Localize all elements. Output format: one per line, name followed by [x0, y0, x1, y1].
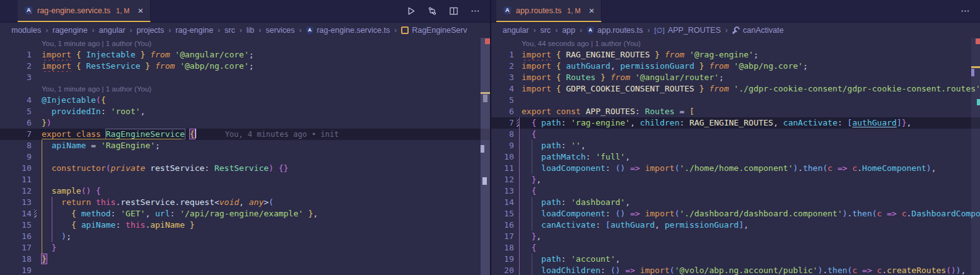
breadcrumb-item[interactable]: rag-engine: [175, 26, 213, 35]
breadcrumb-separator-icon: ›: [725, 26, 728, 35]
code-token: (: [106, 163, 111, 173]
code-text: path: 'dashboard',: [514, 197, 980, 208]
breadcrumb-item[interactable]: services: [265, 26, 295, 35]
breadcrumb-item[interactable]: ragengine: [52, 26, 88, 35]
code-text: }: [32, 254, 490, 265]
code-token: (): [81, 186, 91, 196]
breadcrumb-item[interactable]: canActivate: [732, 26, 784, 35]
code-text: return this.restService.request<void, an…: [32, 197, 490, 208]
run-icon[interactable]: [404, 5, 417, 18]
breadcrumb-item[interactable]: projects: [137, 26, 165, 35]
blame-text: You, 1 minute ago | 1 author (You): [32, 83, 490, 95]
line-number: 2: [491, 61, 514, 72]
code-token: :: [595, 220, 605, 230]
code-token: ,: [961, 266, 966, 275]
code-token: then: [827, 266, 847, 275]
code-token: [: [689, 107, 694, 116]
code-token: 'account': [571, 254, 615, 264]
code-token: =: [675, 107, 689, 116]
scrollbar-left[interactable]: [481, 38, 490, 275]
code-token: path: [541, 118, 561, 127]
angular-ts-icon: [586, 26, 594, 35]
editor-right[interactable]: You, 44 seconds ago | 1 author (You)1imp…: [491, 38, 980, 275]
git-compare-icon[interactable]: [426, 5, 438, 18]
code-token: ,: [313, 209, 318, 218]
code-token: export const: [522, 107, 586, 116]
breadcrumb-item[interactable]: angular: [99, 26, 125, 35]
code-token: GDPR_COOKIE_CONSENT_ROUTES: [566, 84, 694, 93]
scrollbar-right[interactable]: [971, 38, 980, 275]
code-text: { path: 'rag-engine', children: RAG_ENGI…: [514, 117, 980, 129]
split-editor-icon[interactable]: [447, 5, 460, 18]
code-token: canActivate: [783, 118, 837, 127]
breadcrumb-item[interactable]: app.routes.ts: [586, 26, 643, 35]
indent-guide: [532, 197, 532, 231]
code-token: ;: [754, 50, 759, 59]
code-token: {: [96, 186, 101, 196]
code-token: :: [586, 152, 596, 161]
code-token: return: [61, 197, 96, 207]
breadcrumb-item[interactable]: rag-engine.service.ts: [306, 26, 390, 35]
error-squiggle-token: import: [42, 61, 71, 71]
code-token: [42, 141, 52, 150]
code-token: RestService: [214, 163, 269, 173]
breadcrumb-item[interactable]: modules: [11, 26, 41, 35]
breadcrumb-item[interactable]: RagEngineServ: [401, 26, 467, 35]
code-token: .: [857, 163, 862, 173]
breadcrumb-item[interactable]: app: [562, 26, 575, 35]
code-token: c: [827, 163, 832, 173]
line-number: 1: [491, 49, 514, 61]
code-token: apiName: [150, 220, 185, 230]
code-text: import { RAG_ENGINE_ROUTES } from '@rag-…: [514, 49, 980, 61]
code-token: {: [532, 243, 537, 252]
code-token: import: [640, 266, 670, 275]
code-token: ;: [719, 73, 724, 82]
more-actions-icon[interactable]: [959, 5, 971, 18]
code-token: from: [709, 61, 728, 71]
breadcrumb-item[interactable]: angular: [503, 26, 529, 35]
code-token: then: [803, 163, 822, 173]
code-token: =>: [625, 266, 635, 275]
code-token: ,: [610, 61, 621, 71]
code-token: this: [96, 197, 115, 207]
code-token: [872, 266, 877, 275]
code-token: :: [837, 118, 848, 127]
code-line: 13 return this.restService.request<void,…: [0, 197, 490, 208]
code-token: ,: [773, 118, 783, 127]
code-text: [32, 151, 490, 163]
code-token: [897, 209, 902, 218]
tab-problems-modified-badge: 1, M: [116, 7, 129, 15]
code-token: canActivate: [541, 220, 595, 230]
code-token: APP_ROUTES: [586, 107, 635, 116]
code-token: c: [902, 209, 907, 218]
tab-app-routes[interactable]: app.routes.ts 1, M ×: [496, 0, 602, 22]
code-token: (): [946, 266, 956, 275]
line-number: 19: [491, 254, 514, 265]
code-token: }: [694, 84, 709, 93]
code-token: =>: [837, 163, 848, 173]
code-token: .: [798, 163, 803, 173]
code-token: ): [843, 209, 848, 218]
line-number: 20: [491, 265, 514, 275]
code-text: [32, 265, 490, 275]
code-token: Injectable: [86, 50, 135, 59]
close-icon[interactable]: ×: [589, 6, 595, 15]
close-icon[interactable]: ×: [137, 6, 143, 15]
breadcrumb-item[interactable]: APP_ROUTES: [655, 26, 721, 35]
editor-left[interactable]: You, 1 minute ago | 1 author (You)1impor…: [0, 38, 490, 275]
more-actions-icon[interactable]: [469, 5, 481, 18]
code-token: }: [42, 118, 47, 127]
code-text: );: [32, 231, 490, 242]
code-token: }: [595, 73, 610, 82]
code-token: :: [561, 118, 571, 127]
code-token: (: [670, 266, 675, 275]
error-squiggle-token: import: [522, 50, 551, 59]
code-token: permissionGuard: [665, 220, 738, 230]
angular-ts-icon: [503, 6, 511, 15]
tab-rag-engine-service[interactable]: rag-engine.service.ts 1, M ×: [18, 0, 151, 22]
code-token: path: [541, 254, 561, 264]
breadcrumb-item[interactable]: src: [225, 26, 235, 35]
breadcrumb-item[interactable]: lib: [247, 26, 255, 35]
breadcrumb-item[interactable]: src: [540, 26, 551, 35]
line-number: 15: [491, 208, 514, 219]
